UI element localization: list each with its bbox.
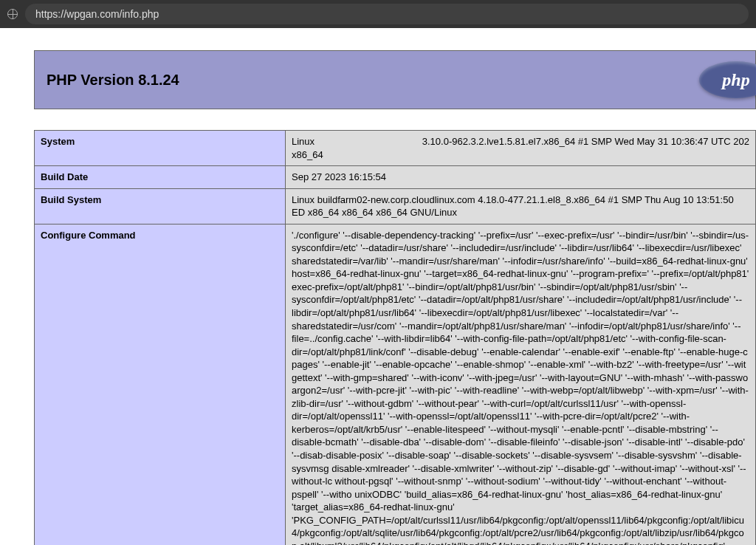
system-left: Linux [292,135,315,148]
url-text: https://wpgan.com/info.php [35,8,159,20]
phpinfo-header: PHP Version 8.1.24 php [34,50,756,109]
row-value: Linux 3.10.0-962.3.2.lve1.5.81.el7.x86_6… [286,131,756,166]
page-title: PHP Version 8.1.24 [47,72,179,89]
row-value: Linux buildfarm02-new.corp.cloudlinux.co… [286,188,756,224]
globe-icon [7,9,18,19]
row-label: Build Date [35,166,286,189]
php-logo-text: php [722,70,749,90]
row-label: System [35,131,286,166]
browser-bar: https://wpgan.com/info.php [0,0,756,28]
system-right: 3.10.0-962.3.2.lve1.5.81.el7.x86_64 #1 S… [422,135,749,148]
row-value: Sep 27 2023 16:15:54 [286,166,756,189]
row-label: Build System [35,188,286,224]
table-row: Build System Linux buildfarm02-new.corp.… [35,188,756,224]
address-bar[interactable]: https://wpgan.com/info.php [25,4,749,24]
row-value: './configure' '--disable-dependency-trac… [286,224,756,545]
page-content: PHP Version 8.1.24 php System Linux 3.10… [0,28,756,545]
table-row: Configure Command './configure' '--disab… [35,224,756,545]
system-below: x86_64 [292,149,323,160]
row-label: Configure Command [35,224,286,545]
phpinfo-table: System Linux 3.10.0-962.3.2.lve1.5.81.el… [34,130,756,545]
table-row: Build Date Sep 27 2023 16:15:54 [35,166,756,189]
php-logo: php [699,61,756,98]
table-row: System Linux 3.10.0-962.3.2.lve1.5.81.el… [35,131,756,166]
